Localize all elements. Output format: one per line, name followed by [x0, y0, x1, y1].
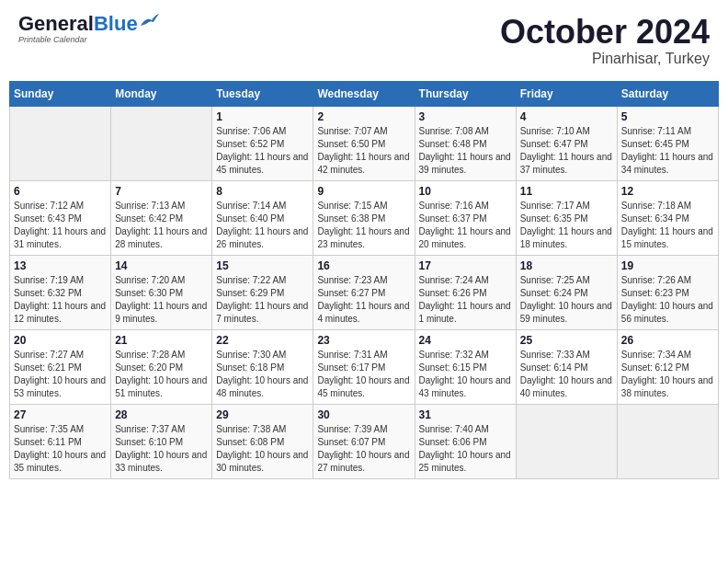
calendar-cell: 17Sunrise: 7:24 AMSunset: 6:26 PMDayligh…: [415, 255, 516, 329]
day-info: Sunrise: 7:37 AMSunset: 6:10 PMDaylight:…: [115, 423, 208, 475]
calendar-cell: 6Sunrise: 7:12 AMSunset: 6:43 PMDaylight…: [10, 180, 111, 255]
logo-text: GeneralBlue: [18, 14, 138, 34]
calendar-cell: 13Sunrise: 7:19 AMSunset: 6:32 PMDayligh…: [10, 255, 111, 329]
day-info: Sunrise: 7:33 AMSunset: 6:14 PMDaylight:…: [520, 349, 613, 400]
page-header: GeneralBlue Printable Calendar October 2…: [9, 9, 719, 72]
day-number: 26: [621, 334, 714, 347]
calendar-cell: 9Sunrise: 7:15 AMSunset: 6:38 PMDaylight…: [313, 180, 415, 255]
day-number: 24: [419, 334, 512, 347]
day-of-week-header: Monday: [111, 81, 212, 106]
day-of-week-header: Thursday: [415, 81, 516, 106]
day-info: Sunrise: 7:40 AMSunset: 6:06 PMDaylight:…: [419, 423, 512, 475]
day-info: Sunrise: 7:24 AMSunset: 6:26 PMDaylight:…: [419, 274, 512, 326]
day-info: Sunrise: 7:08 AMSunset: 6:48 PMDaylight:…: [419, 125, 512, 177]
day-number: 18: [520, 259, 613, 272]
day-info: Sunrise: 7:28 AMSunset: 6:20 PMDaylight:…: [115, 349, 208, 400]
logo-bird-icon: [139, 13, 159, 29]
logo-subtitle: Printable Calendar: [18, 35, 87, 44]
calendar-cell: 1Sunrise: 7:06 AMSunset: 6:52 PMDaylight…: [212, 106, 313, 180]
calendar-cell: 12Sunrise: 7:18 AMSunset: 6:34 PMDayligh…: [617, 180, 718, 255]
calendar-cell: 21Sunrise: 7:28 AMSunset: 6:20 PMDayligh…: [111, 329, 212, 404]
day-info: Sunrise: 7:35 AMSunset: 6:11 PMDaylight:…: [14, 423, 107, 475]
calendar-header-row: SundayMondayTuesdayWednesdayThursdayFrid…: [10, 81, 719, 106]
day-number: 19: [621, 259, 714, 272]
day-info: Sunrise: 7:07 AMSunset: 6:50 PMDaylight:…: [317, 125, 410, 177]
calendar-cell: 25Sunrise: 7:33 AMSunset: 6:14 PMDayligh…: [516, 329, 617, 404]
day-number: 25: [520, 334, 613, 347]
day-number: 30: [317, 408, 410, 421]
calendar-week-row: 1Sunrise: 7:06 AMSunset: 6:52 PMDaylight…: [10, 106, 719, 180]
location-title: Pinarhisar, Turkey: [500, 51, 710, 67]
day-of-week-header: Saturday: [617, 81, 718, 106]
day-info: Sunrise: 7:06 AMSunset: 6:52 PMDaylight:…: [216, 125, 309, 177]
day-number: 27: [14, 408, 107, 421]
calendar-cell: 19Sunrise: 7:26 AMSunset: 6:23 PMDayligh…: [617, 255, 718, 329]
calendar-cell: 2Sunrise: 7:07 AMSunset: 6:50 PMDaylight…: [313, 106, 415, 180]
day-number: 20: [14, 334, 107, 347]
day-info: Sunrise: 7:30 AMSunset: 6:18 PMDaylight:…: [216, 349, 309, 400]
calendar-cell: 15Sunrise: 7:22 AMSunset: 6:29 PMDayligh…: [212, 255, 313, 329]
title-block: October 2024 Pinarhisar, Turkey: [500, 14, 710, 67]
day-info: Sunrise: 7:14 AMSunset: 6:40 PMDaylight:…: [216, 200, 309, 251]
day-info: Sunrise: 7:31 AMSunset: 6:17 PMDaylight:…: [317, 349, 410, 400]
day-info: Sunrise: 7:15 AMSunset: 6:38 PMDaylight:…: [317, 200, 410, 251]
day-number: 12: [621, 185, 714, 198]
calendar-cell: 23Sunrise: 7:31 AMSunset: 6:17 PMDayligh…: [313, 329, 415, 404]
day-number: 21: [115, 334, 208, 347]
calendar-cell: 8Sunrise: 7:14 AMSunset: 6:40 PMDaylight…: [212, 180, 313, 255]
calendar-cell: 30Sunrise: 7:39 AMSunset: 6:07 PMDayligh…: [313, 404, 415, 478]
day-info: Sunrise: 7:13 AMSunset: 6:42 PMDaylight:…: [115, 200, 208, 251]
calendar-week-row: 27Sunrise: 7:35 AMSunset: 6:11 PMDayligh…: [10, 404, 719, 478]
day-number: 17: [419, 259, 512, 272]
day-of-week-header: Friday: [516, 81, 617, 106]
day-info: Sunrise: 7:10 AMSunset: 6:47 PMDaylight:…: [520, 125, 613, 177]
calendar-week-row: 13Sunrise: 7:19 AMSunset: 6:32 PMDayligh…: [10, 255, 719, 329]
calendar-cell: 27Sunrise: 7:35 AMSunset: 6:11 PMDayligh…: [10, 404, 111, 478]
day-number: 7: [115, 185, 208, 198]
day-number: 9: [317, 185, 410, 198]
day-number: 4: [520, 110, 613, 123]
day-info: Sunrise: 7:32 AMSunset: 6:15 PMDaylight:…: [419, 349, 512, 400]
day-info: Sunrise: 7:34 AMSunset: 6:12 PMDaylight:…: [621, 349, 714, 400]
day-info: Sunrise: 7:22 AMSunset: 6:29 PMDaylight:…: [216, 274, 309, 326]
day-number: 29: [216, 408, 309, 421]
day-number: 14: [115, 259, 208, 272]
day-number: 22: [216, 334, 309, 347]
day-number: 8: [216, 185, 309, 198]
day-number: 15: [216, 259, 309, 272]
calendar-cell: 16Sunrise: 7:23 AMSunset: 6:27 PMDayligh…: [313, 255, 415, 329]
day-number: 16: [317, 259, 410, 272]
day-number: 3: [419, 110, 512, 123]
day-number: 6: [14, 185, 107, 198]
month-title: October 2024: [500, 14, 710, 51]
day-of-week-header: Wednesday: [313, 81, 415, 106]
day-info: Sunrise: 7:20 AMSunset: 6:30 PMDaylight:…: [115, 274, 208, 326]
day-info: Sunrise: 7:26 AMSunset: 6:23 PMDaylight:…: [621, 274, 714, 326]
calendar-cell: 26Sunrise: 7:34 AMSunset: 6:12 PMDayligh…: [617, 329, 718, 404]
day-number: 11: [520, 185, 613, 198]
calendar-cell: [10, 106, 111, 180]
day-info: Sunrise: 7:23 AMSunset: 6:27 PMDaylight:…: [317, 274, 410, 326]
day-number: 23: [317, 334, 410, 347]
day-number: 5: [621, 110, 714, 123]
calendar-cell: [516, 404, 617, 478]
day-number: 13: [14, 259, 107, 272]
calendar-cell: 3Sunrise: 7:08 AMSunset: 6:48 PMDaylight…: [415, 106, 516, 180]
calendar-cell: 4Sunrise: 7:10 AMSunset: 6:47 PMDaylight…: [516, 106, 617, 180]
calendar-cell: 28Sunrise: 7:37 AMSunset: 6:10 PMDayligh…: [111, 404, 212, 478]
day-info: Sunrise: 7:12 AMSunset: 6:43 PMDaylight:…: [14, 200, 107, 251]
logo: GeneralBlue Printable Calendar: [18, 14, 159, 44]
calendar-cell: 11Sunrise: 7:17 AMSunset: 6:35 PMDayligh…: [516, 180, 617, 255]
calendar-cell: 10Sunrise: 7:16 AMSunset: 6:37 PMDayligh…: [415, 180, 516, 255]
calendar-week-row: 6Sunrise: 7:12 AMSunset: 6:43 PMDaylight…: [10, 180, 719, 255]
day-info: Sunrise: 7:18 AMSunset: 6:34 PMDaylight:…: [621, 200, 714, 251]
day-info: Sunrise: 7:16 AMSunset: 6:37 PMDaylight:…: [419, 200, 512, 251]
day-number: 10: [419, 185, 512, 198]
calendar-cell: 22Sunrise: 7:30 AMSunset: 6:18 PMDayligh…: [212, 329, 313, 404]
calendar-week-row: 20Sunrise: 7:27 AMSunset: 6:21 PMDayligh…: [10, 329, 719, 404]
day-of-week-header: Tuesday: [212, 81, 313, 106]
day-info: Sunrise: 7:11 AMSunset: 6:45 PMDaylight:…: [621, 125, 714, 177]
calendar-cell: 24Sunrise: 7:32 AMSunset: 6:15 PMDayligh…: [415, 329, 516, 404]
day-number: 31: [419, 408, 512, 421]
day-number: 2: [317, 110, 410, 123]
